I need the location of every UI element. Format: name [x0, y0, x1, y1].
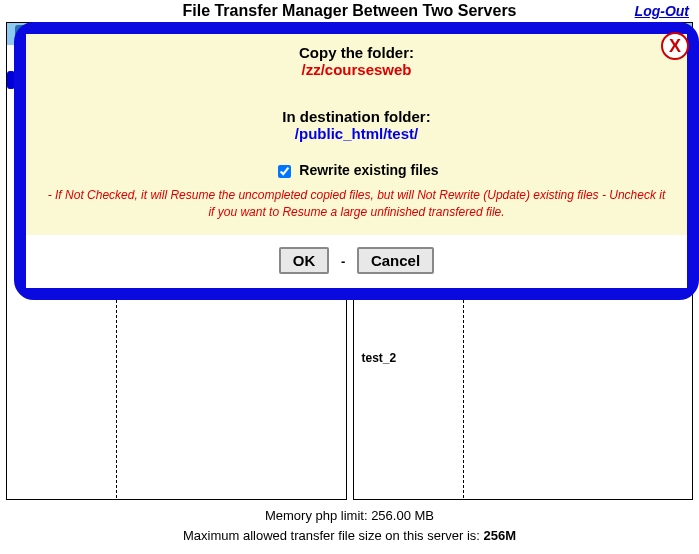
source-path: /zz/coursesweb [46, 61, 667, 78]
copy-dialog: X Copy the folder: /zz/coursesweb In des… [14, 22, 699, 300]
logout-link[interactable]: Log-Out [635, 3, 689, 19]
close-button[interactable]: X [661, 32, 689, 60]
app-header: File Transfer Manager Between Two Server… [0, 0, 699, 22]
rewrite-hint: - If Not Checked, it will Resume the unc… [46, 187, 667, 221]
rewrite-checkbox[interactable] [278, 165, 291, 178]
ok-button[interactable]: OK [279, 247, 330, 274]
dialog-actions: OK - Cancel [26, 235, 687, 288]
rewrite-row: Rewrite existing files [46, 162, 667, 181]
cancel-button[interactable]: Cancel [357, 247, 434, 274]
dialog-body: Copy the folder: /zz/coursesweb In desti… [26, 34, 687, 235]
rewrite-label: Rewrite existing files [299, 162, 438, 178]
destination-path: /public_html/test/ [46, 125, 667, 142]
destination-label: In destination folder: [46, 108, 667, 125]
app-title: File Transfer Manager Between Two Server… [182, 2, 516, 19]
folder-item[interactable]: test_2 [358, 349, 459, 367]
memory-limit-text: Memory php limit: 256.00 MB [0, 506, 699, 526]
copy-folder-label: Copy the folder: [46, 44, 667, 61]
max-transfer-text: Maximum allowed transfer file size on th… [0, 526, 699, 546]
action-separator: - [341, 254, 345, 269]
footer-info: Memory php limit: 256.00 MB Maximum allo… [0, 500, 699, 545]
